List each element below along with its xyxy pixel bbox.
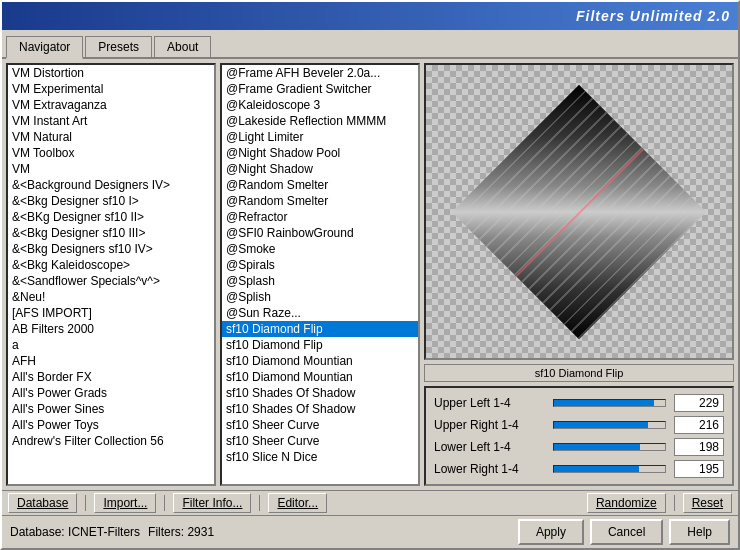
middle-list-item[interactable]: sf10 Sheer Curve bbox=[222, 417, 418, 433]
param-value: 216 bbox=[674, 416, 724, 434]
main-window: Filters Unlimited 2.0 Navigator Presets … bbox=[0, 0, 740, 550]
filters-value-text: 2931 bbox=[187, 525, 214, 539]
middle-list-item[interactable]: @Frame Gradient Switcher bbox=[222, 81, 418, 97]
tab-navigator[interactable]: Navigator bbox=[6, 36, 83, 59]
param-value: 229 bbox=[674, 394, 724, 412]
bottom-toolbar: Database Import... Filter Info... Editor… bbox=[2, 490, 738, 515]
param-slider[interactable] bbox=[553, 399, 666, 407]
randomize-button[interactable]: Randomize bbox=[587, 493, 666, 513]
param-row: Upper Left 1-4229 bbox=[430, 392, 728, 414]
tab-presets[interactable]: Presets bbox=[85, 36, 152, 57]
middle-list-item[interactable]: @Smoke bbox=[222, 241, 418, 257]
middle-list-item[interactable]: sf10 Diamond Mountian bbox=[222, 369, 418, 385]
right-panel: sf10 Diamond Flip Upper Left 1-4229Upper… bbox=[424, 63, 734, 486]
middle-list-item[interactable]: sf10 Shades Of Shadow bbox=[222, 385, 418, 401]
middle-list-container[interactable]: @Frame AFH Beveler 2.0a...@Frame Gradien… bbox=[222, 65, 418, 484]
preview-label: sf10 Diamond Flip bbox=[424, 364, 734, 382]
left-list-item[interactable]: VM Experimental bbox=[8, 81, 214, 97]
middle-list-item[interactable]: sf10 Shades Of Shadow bbox=[222, 401, 418, 417]
middle-list-item[interactable]: sf10 Diamond Flip bbox=[222, 337, 418, 353]
db-label-text: Database: bbox=[10, 525, 65, 539]
left-list-item[interactable]: VM Instant Art bbox=[8, 113, 214, 129]
middle-list-item[interactable]: @Random Smelter bbox=[222, 177, 418, 193]
middle-list-item[interactable]: @Frame AFH Beveler 2.0a... bbox=[222, 65, 418, 81]
apply-button[interactable]: Apply bbox=[518, 519, 584, 545]
left-list-container[interactable]: VM DistortionVM ExperimentalVM Extravaga… bbox=[8, 65, 214, 484]
middle-panel: @Frame AFH Beveler 2.0a...@Frame Gradien… bbox=[220, 63, 420, 486]
param-slider[interactable] bbox=[553, 421, 666, 429]
filters-label-text: Filters: bbox=[148, 525, 184, 539]
left-list-item[interactable]: All's Power Sines bbox=[8, 401, 214, 417]
param-row: Upper Right 1-4216 bbox=[430, 414, 728, 436]
middle-list-item[interactable]: sf10 Sheer Curve bbox=[222, 433, 418, 449]
left-list-item[interactable]: &<Bkg Designer sf10 III> bbox=[8, 225, 214, 241]
left-list-item[interactable]: &<Bkg Designers sf10 IV> bbox=[8, 241, 214, 257]
left-list-item[interactable]: &<Sandflower Specials^v^> bbox=[8, 273, 214, 289]
left-list-item[interactable]: Andrew's Filter Collection 56 bbox=[8, 433, 214, 449]
diamond-preview bbox=[489, 122, 669, 302]
left-list-item[interactable]: &<Background Designers IV> bbox=[8, 177, 214, 193]
filter-info-button[interactable]: Filter Info... bbox=[173, 493, 251, 513]
middle-list-item[interactable]: sf10 Diamond Flip bbox=[222, 321, 418, 337]
middle-list-item[interactable]: @Random Smelter bbox=[222, 193, 418, 209]
left-list-item[interactable]: [AFS IMPORT] bbox=[8, 305, 214, 321]
param-value: 195 bbox=[674, 460, 724, 478]
left-list-item[interactable]: All's Power Grads bbox=[8, 385, 214, 401]
left-list-item[interactable]: VM Toolbox bbox=[8, 145, 214, 161]
database-label: Database: ICNET-Filters bbox=[10, 525, 140, 539]
left-list-item[interactable]: VM Extravaganza bbox=[8, 97, 214, 113]
reset-button[interactable]: Reset bbox=[683, 493, 732, 513]
status-left: Database: ICNET-Filters Filters: 2931 bbox=[10, 525, 214, 539]
middle-list-item[interactable]: @Night Shadow Pool bbox=[222, 145, 418, 161]
left-list-item[interactable]: VM Distortion bbox=[8, 65, 214, 81]
middle-list-item[interactable]: @Spirals bbox=[222, 257, 418, 273]
middle-list-item[interactable]: @Splish bbox=[222, 289, 418, 305]
param-slider[interactable] bbox=[553, 465, 666, 473]
left-list-item[interactable]: All's Power Toys bbox=[8, 417, 214, 433]
param-label: Lower Left 1-4 bbox=[434, 440, 545, 454]
left-list-item[interactable]: AFH bbox=[8, 353, 214, 369]
tabs-row: Navigator Presets About bbox=[2, 30, 738, 59]
left-list-item[interactable]: AB Filters 2000 bbox=[8, 321, 214, 337]
title-bar: Filters Unlimited 2.0 bbox=[2, 2, 738, 30]
toolbar-sep-3 bbox=[259, 495, 260, 511]
middle-list-item[interactable]: @Light Limiter bbox=[222, 129, 418, 145]
left-list-item[interactable]: &<Bkg Kaleidoscope> bbox=[8, 257, 214, 273]
diamond-shape bbox=[452, 84, 707, 339]
left-list-item[interactable]: VM Natural bbox=[8, 129, 214, 145]
middle-list-item[interactable]: @Night Shadow bbox=[222, 161, 418, 177]
left-list-item[interactable]: &<Bkg Designer sf10 I> bbox=[8, 193, 214, 209]
status-bar: Database: ICNET-Filters Filters: 2931 Ap… bbox=[2, 515, 738, 548]
editor-button[interactable]: Editor... bbox=[268, 493, 327, 513]
toolbar-sep-4 bbox=[674, 495, 675, 511]
main-content: VM DistortionVM ExperimentalVM Extravaga… bbox=[2, 59, 738, 490]
middle-list-item[interactable]: sf10 Slice N Dice bbox=[222, 449, 418, 465]
left-list-item[interactable]: All's Border FX bbox=[8, 369, 214, 385]
left-list-item[interactable]: a bbox=[8, 337, 214, 353]
left-list-item[interactable]: &<BKg Designer sf10 II> bbox=[8, 209, 214, 225]
param-row: Lower Left 1-4198 bbox=[430, 436, 728, 458]
import-button[interactable]: Import... bbox=[94, 493, 156, 513]
middle-list-item[interactable]: @Sun Raze... bbox=[222, 305, 418, 321]
param-row: Lower Right 1-4195 bbox=[430, 458, 728, 480]
middle-list-item[interactable]: sf10 Diamond Mountian bbox=[222, 353, 418, 369]
param-slider[interactable] bbox=[553, 443, 666, 451]
param-label: Upper Right 1-4 bbox=[434, 418, 545, 432]
middle-list-item[interactable]: @SFI0 RainbowGround bbox=[222, 225, 418, 241]
params-area: Upper Left 1-4229Upper Right 1-4216Lower… bbox=[424, 386, 734, 486]
database-button[interactable]: Database bbox=[8, 493, 77, 513]
middle-list-item[interactable]: @Splash bbox=[222, 273, 418, 289]
param-label: Lower Right 1-4 bbox=[434, 462, 545, 476]
left-list-item[interactable]: &Neu! bbox=[8, 289, 214, 305]
status-right: Apply Cancel Help bbox=[518, 519, 730, 545]
param-value: 198 bbox=[674, 438, 724, 456]
title-text: Filters Unlimited 2.0 bbox=[576, 8, 730, 24]
middle-list-item[interactable]: @Kaleidoscope 3 bbox=[222, 97, 418, 113]
help-button[interactable]: Help bbox=[669, 519, 730, 545]
left-list-item[interactable]: VM bbox=[8, 161, 214, 177]
tab-about[interactable]: About bbox=[154, 36, 211, 57]
cancel-button[interactable]: Cancel bbox=[590, 519, 663, 545]
toolbar-sep-1 bbox=[85, 495, 86, 511]
middle-list-item[interactable]: @Lakeside Reflection MMMM bbox=[222, 113, 418, 129]
middle-list-item[interactable]: @Refractor bbox=[222, 209, 418, 225]
